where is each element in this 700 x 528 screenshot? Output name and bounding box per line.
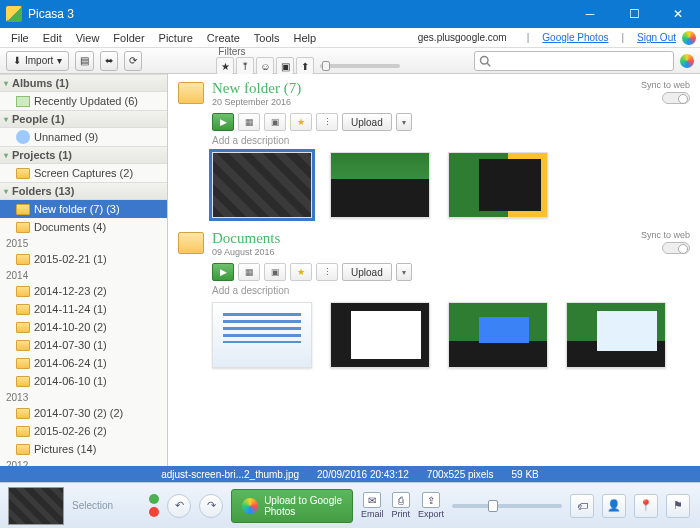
menu-help[interactable]: Help [287, 30, 324, 46]
sidebar-item[interactable]: Screen Captures (2) [0, 164, 167, 182]
thumbnail[interactable] [448, 302, 548, 368]
search-icon [479, 55, 491, 67]
collage-button[interactable]: ▦ [238, 263, 260, 281]
toolbar: ⬇ Import ▾ ▤ ⬌ ⟳ Filters ★ ⤒ ☺ ▣ ⬆ [0, 48, 700, 74]
google-photos-link[interactable]: Google Photos [542, 32, 608, 43]
sidebar-item[interactable]: 2014-07-30 (2) (2) [0, 404, 167, 422]
sidebar-item[interactable]: 2015-02-21 (1) [0, 250, 167, 268]
folder-icon [16, 286, 30, 297]
sidebar-item-label: 2014-10-20 (2) [34, 321, 107, 333]
filter-geo[interactable]: ⬆ [296, 57, 314, 75]
google-photos-icon[interactable] [680, 54, 694, 68]
hold-pin-icon[interactable] [149, 494, 159, 504]
folder-icon [16, 204, 30, 215]
sync-toggle[interactable] [662, 242, 690, 254]
google-photos-icon [682, 31, 696, 45]
sidebar-item[interactable]: 2014-10-20 (2) [0, 318, 167, 336]
upload-drop-button[interactable]: ▾ [396, 113, 412, 131]
group-title[interactable]: New folder (7) [212, 80, 301, 97]
close-button[interactable]: ✕ [656, 0, 700, 28]
star-button[interactable]: ★ [290, 113, 312, 131]
thumbnail[interactable] [212, 302, 312, 368]
filter-star[interactable]: ★ [216, 57, 234, 75]
export-button[interactable]: ⇪Export [418, 492, 444, 519]
tray-thumbnail[interactable] [8, 487, 64, 525]
sidebar-item[interactable]: 2014-06-24 (1) [0, 354, 167, 372]
play-button[interactable]: ▶ [212, 113, 234, 131]
sidebar-item[interactable]: 2014-12-23 (2) [0, 282, 167, 300]
rotate-left-button[interactable]: ↶ [167, 494, 191, 518]
sidebar-item[interactable]: 2014-07-30 (1) [0, 336, 167, 354]
sync-toggle[interactable] [662, 92, 690, 104]
menu-create[interactable]: Create [200, 30, 247, 46]
share-button[interactable]: ⋮ [316, 263, 338, 281]
sidebar-year: 2013 [0, 390, 167, 404]
email-button[interactable]: ✉Email [361, 492, 384, 519]
view-mode-2[interactable]: ⬌ [100, 51, 118, 71]
zoom-slider[interactable] [452, 504, 562, 508]
sidebar-item[interactable]: 2014-06-10 (1) [0, 372, 167, 390]
menu-edit[interactable]: Edit [36, 30, 69, 46]
sign-out-link[interactable]: Sign Out [637, 32, 676, 43]
sidebar-item[interactable]: 2014-11-24 (1) [0, 300, 167, 318]
places-button[interactable]: 📍 [634, 494, 658, 518]
search-input[interactable] [474, 51, 674, 71]
sidebar-section-header[interactable]: ▾Folders (13) [0, 182, 167, 200]
thumbnail[interactable] [330, 302, 430, 368]
folder-icon [16, 408, 30, 419]
sidebar-item-label: Screen Captures (2) [34, 167, 133, 179]
print-button[interactable]: ⎙Print [392, 492, 411, 519]
filter-slider[interactable] [320, 64, 400, 68]
menu-picture[interactable]: Picture [152, 30, 200, 46]
thumbnail[interactable] [212, 152, 312, 218]
minimize-button[interactable]: ─ [568, 0, 612, 28]
filter-face[interactable]: ☺ [256, 57, 274, 75]
thumbnail[interactable] [566, 302, 666, 368]
sidebar-item[interactable]: Pictures (14) [0, 440, 167, 458]
play-button[interactable]: ▶ [212, 263, 234, 281]
sidebar-item[interactable]: Unnamed (9) [0, 128, 167, 146]
email-icon: ✉ [363, 492, 381, 508]
filter-movie[interactable]: ▣ [276, 57, 294, 75]
upload-google-photos-button[interactable]: Upload to Google Photos [231, 489, 353, 523]
share-button[interactable]: ⋮ [316, 113, 338, 131]
sidebar-section-header[interactable]: ▾Projects (1) [0, 146, 167, 164]
folder-icon [178, 232, 204, 254]
group-title[interactable]: Documents [212, 230, 280, 247]
description-input[interactable]: Add a description [212, 285, 690, 296]
menu-view[interactable]: View [69, 30, 107, 46]
movie-button[interactable]: ▣ [264, 263, 286, 281]
filter-upload[interactable]: ⤒ [236, 57, 254, 75]
menu-file[interactable]: File [4, 30, 36, 46]
sidebar-item[interactable]: Recently Updated (6) [0, 92, 167, 110]
upload-button[interactable]: Upload [342, 263, 392, 281]
sidebar-section-header[interactable]: ▾People (1) [0, 110, 167, 128]
photo-tray: Selection ↶ ↷ Upload to Google Photos ✉E… [0, 482, 700, 528]
import-button[interactable]: ⬇ Import ▾ [6, 51, 69, 71]
info-button[interactable]: ⚑ [666, 494, 690, 518]
movie-button[interactable]: ▣ [264, 113, 286, 131]
people-button[interactable]: 👤 [602, 494, 626, 518]
sidebar-item[interactable]: New folder (7) (3) [0, 200, 167, 218]
upload-button[interactable]: Upload [342, 113, 392, 131]
filters-label: Filters [218, 46, 404, 57]
folder-icon [16, 304, 30, 315]
star-button[interactable]: ★ [290, 263, 312, 281]
menu-folder[interactable]: Folder [106, 30, 151, 46]
sidebar-item[interactable]: Documents (4) [0, 218, 167, 236]
rotate-right-button[interactable]: ↷ [199, 494, 223, 518]
sidebar-item-label: New folder (7) (3) [34, 203, 120, 215]
view-mode-3[interactable]: ⟳ [124, 51, 142, 71]
collage-button[interactable]: ▦ [238, 113, 260, 131]
menu-tools[interactable]: Tools [247, 30, 287, 46]
sidebar-item[interactable]: 2015-02-26 (2) [0, 422, 167, 440]
tag-button[interactable]: 🏷 [570, 494, 594, 518]
thumbnail[interactable] [330, 152, 430, 218]
thumbnail[interactable] [448, 152, 548, 218]
description-input[interactable]: Add a description [212, 135, 690, 146]
sidebar-section-header[interactable]: ▾Albums (1) [0, 74, 167, 92]
maximize-button[interactable]: ☐ [612, 0, 656, 28]
view-mode-1[interactable]: ▤ [75, 51, 94, 71]
clear-pin-icon[interactable] [149, 507, 159, 517]
upload-drop-button[interactable]: ▾ [396, 263, 412, 281]
